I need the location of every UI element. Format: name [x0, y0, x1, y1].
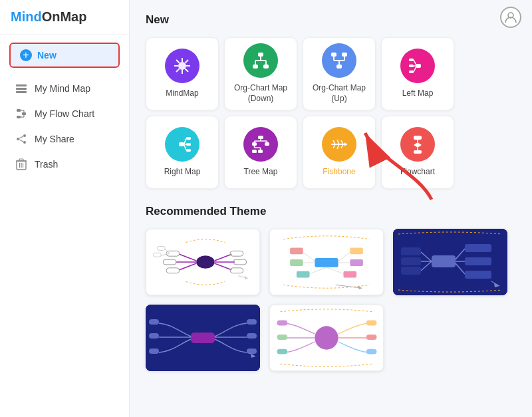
svg-rect-142 [247, 319, 257, 325]
svg-rect-59 [258, 136, 263, 139]
svg-rect-48 [409, 70, 414, 73]
svg-rect-38 [336, 65, 342, 69]
svg-rect-32 [253, 65, 258, 69]
flowchart-label: Flowchart [400, 167, 435, 178]
map-card-org-down[interactable]: Org-Chart Map(Down) [224, 37, 297, 110]
svg-rect-128 [465, 271, 491, 279]
svg-line-29 [176, 69, 180, 72]
sidebar-item-my-share[interactable]: My Share [4, 126, 125, 152]
theme-card-5[interactable] [269, 305, 384, 371]
content-wrapper: New MindMap [146, 13, 516, 371]
sidebar-label-my-mind-map: My Mind Map [35, 83, 90, 94]
right-map-icon [165, 127, 200, 162]
svg-rect-150 [277, 335, 288, 340]
share-icon [15, 133, 28, 145]
svg-rect-106 [315, 258, 338, 267]
svg-rect-126 [465, 257, 491, 265]
svg-rect-132 [401, 257, 421, 265]
svg-line-58 [184, 145, 186, 150]
svg-rect-79 [414, 136, 422, 140]
map-card-left-map[interactable]: Left Map [381, 37, 454, 110]
mindmap-icon [165, 49, 200, 83]
svg-rect-55 [186, 149, 191, 152]
svg-line-14 [19, 140, 23, 142]
svg-rect-63 [258, 150, 263, 153]
logo: MindOnMap [11, 9, 118, 25]
sidebar: MindOnMap + New My Mind Map [0, 0, 130, 417]
logo-mind: Mind [11, 9, 42, 24]
svg-rect-17 [19, 159, 23, 161]
map-card-fishbone[interactable]: Fishbone [303, 116, 376, 189]
svg-rect-138 [191, 333, 215, 343]
logo-map: Map [60, 9, 86, 24]
map-card-flowchart[interactable]: Flowchart [381, 116, 454, 189]
svg-point-10 [23, 134, 26, 137]
theme-card-3[interactable] [393, 229, 507, 295]
org-up-label: Org-Chart Map(Up) [313, 83, 366, 104]
new-button-label: New [37, 50, 57, 61]
svg-rect-46 [409, 59, 414, 61]
sidebar-item-my-flow-chart[interactable]: My Flow Chart [4, 101, 125, 126]
svg-rect-140 [149, 333, 159, 339]
svg-rect-40 [342, 53, 347, 57]
svg-rect-53 [186, 137, 191, 140]
map-card-right-map[interactable]: Right Map [146, 116, 219, 189]
flowchart-icon [400, 127, 435, 162]
svg-line-28 [186, 60, 189, 63]
new-section-title: New [146, 13, 516, 27]
mindmap-label: MindMap [166, 88, 198, 99]
svg-rect-143 [247, 333, 257, 339]
svg-rect-5 [17, 116, 21, 118]
svg-marker-78 [344, 142, 347, 146]
main-content: New MindMap [130, 0, 532, 417]
svg-rect-118 [343, 271, 356, 278]
theme-card-4[interactable] [146, 305, 260, 371]
svg-rect-33 [263, 65, 269, 69]
svg-rect-3 [17, 109, 21, 112]
svg-point-11 [17, 138, 19, 140]
new-button[interactable]: + New [9, 43, 120, 68]
fishbone-label: Fishbone [323, 167, 355, 178]
svg-rect-114 [350, 259, 363, 266]
svg-rect-151 [277, 349, 288, 354]
svg-line-13 [19, 136, 23, 138]
theme-card-1[interactable] [146, 229, 260, 295]
svg-rect-154 [366, 349, 377, 354]
svg-line-56 [184, 138, 186, 144]
svg-line-51 [414, 67, 416, 72]
theme-card-2[interactable] [269, 229, 384, 295]
svg-point-148 [315, 326, 338, 349]
svg-rect-122 [432, 255, 456, 267]
sidebar-label-trash: Trash [35, 159, 58, 170]
svg-rect-1 [16, 88, 27, 90]
svg-line-49 [414, 60, 416, 65]
svg-marker-80 [414, 142, 422, 148]
tree-map-icon [243, 127, 278, 162]
flow-chart-icon [15, 108, 28, 120]
svg-rect-54 [186, 143, 191, 146]
recommended-section-title: Recommended Theme [146, 205, 516, 218]
logo-on: On [42, 9, 61, 24]
map-card-tree-map[interactable]: Tree Map [224, 116, 297, 189]
svg-rect-31 [258, 53, 263, 57]
sidebar-item-trash[interactable]: Trash [4, 152, 125, 177]
trash-icon [15, 158, 28, 170]
svg-rect-62 [252, 150, 257, 153]
fishbone-icon [322, 127, 356, 162]
svg-rect-152 [366, 321, 377, 326]
svg-line-30 [186, 69, 189, 72]
sidebar-item-my-mind-map[interactable]: My Mind Map [4, 76, 125, 101]
org-up-icon [322, 43, 356, 78]
map-card-org-up[interactable]: Org-Chart Map(Up) [303, 37, 376, 110]
left-map-icon [400, 49, 435, 83]
svg-rect-144 [247, 348, 257, 354]
svg-rect-60 [252, 142, 257, 146]
svg-line-27 [176, 60, 180, 63]
svg-rect-2 [16, 91, 27, 93]
plus-icon: + [20, 49, 32, 61]
svg-rect-81 [414, 150, 422, 154]
map-card-mindmap[interactable]: MindMap [146, 37, 219, 110]
svg-rect-130 [401, 247, 421, 255]
svg-rect-139 [149, 319, 159, 325]
svg-rect-153 [366, 335, 377, 340]
